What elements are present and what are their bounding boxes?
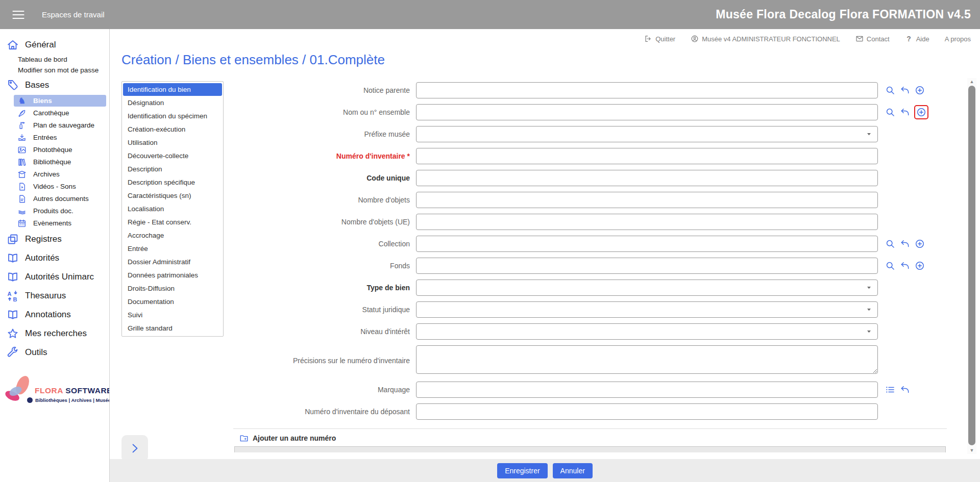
- sidebar-section-annotations[interactable]: Annotations: [0, 305, 109, 324]
- sidebar-section-thesaurus[interactable]: ABThesaurus: [0, 286, 109, 305]
- type-de-bien-select[interactable]: [416, 280, 878, 296]
- workspace-label[interactable]: Espaces de travail: [42, 10, 105, 19]
- link-quitter[interactable]: Quitter: [644, 35, 675, 43]
- field-label: Niveau d'intérêt: [232, 327, 416, 336]
- sidebar-item-biens[interactable]: ♞Biens: [14, 95, 106, 107]
- sidebar-section-general[interactable]: Général: [0, 35, 109, 54]
- niveau-d-interet-select[interactable]: [416, 323, 878, 340]
- notice-parente-input[interactable]: [416, 82, 878, 98]
- tab-droits-diffusion[interactable]: Droits-Diffusion: [123, 282, 222, 295]
- link-musee-v4-administrateur-fonctionnel[interactable]: Musée v4 ADMINISTRATEUR FONCTIONNEL: [691, 35, 840, 43]
- tab-donnees-patrimoniales[interactable]: Données patrimoniales: [123, 269, 222, 282]
- field-action-icons: [885, 107, 928, 117]
- svg-text:A: A: [8, 291, 12, 297]
- undo-icon[interactable]: [900, 107, 910, 117]
- tab-accrochage[interactable]: Accrochage: [123, 229, 222, 242]
- hamburger-menu-icon[interactable]: [9, 8, 28, 22]
- tab-decouverte-collecte[interactable]: Découverte-collecte: [123, 149, 222, 162]
- nombre-d-objets-input[interactable]: [416, 192, 878, 208]
- sidebar-section-label: Autorités: [25, 253, 59, 263]
- tab-description-specifique[interactable]: Description spécifique: [123, 176, 222, 189]
- scrollbar-thumb[interactable]: [968, 86, 975, 445]
- expand-panel-button[interactable]: [121, 435, 148, 459]
- add-circle-icon[interactable]: [915, 85, 925, 95]
- undo-icon[interactable]: [900, 239, 910, 249]
- exit-icon: [644, 35, 652, 43]
- add-circle-icon[interactable]: [915, 261, 925, 271]
- numero-d-inventaire-input[interactable]: [416, 148, 878, 164]
- cancel-button[interactable]: Annuler: [553, 463, 593, 478]
- tab-creation-execution[interactable]: Création-exécution: [123, 123, 222, 136]
- link-a-propos[interactable]: A propos: [945, 35, 971, 43]
- sidebar-item-carotheque[interactable]: Carothèque: [14, 107, 106, 119]
- vertical-scrollbar[interactable]: ▲ ▼: [967, 78, 976, 454]
- undo-icon[interactable]: [900, 261, 910, 271]
- list-icon[interactable]: [885, 385, 895, 395]
- sidebar-section-autorites[interactable]: Autorités: [0, 248, 109, 267]
- statut-juridique-select[interactable]: [416, 301, 878, 318]
- add-circle-icon[interactable]: [915, 239, 925, 249]
- tab-regie-etat-conserv[interactable]: Régie - Etat conserv.: [123, 216, 222, 229]
- undo-icon[interactable]: [900, 385, 910, 395]
- search-icon[interactable]: [885, 261, 895, 271]
- flower-logo-icon: [2, 373, 35, 410]
- link-contact[interactable]: Contact: [855, 35, 890, 43]
- fonds-input[interactable]: [416, 258, 878, 274]
- other-number-header[interactable]: Ajouter un autre numéro: [233, 429, 947, 446]
- mail-icon: [855, 35, 864, 43]
- search-icon[interactable]: [885, 85, 895, 95]
- sidebar-item-autres-documents[interactable]: Autres documents: [14, 193, 106, 205]
- link-aide[interactable]: ?Aide: [905, 35, 929, 43]
- scroll-up-arrow[interactable]: ▲: [967, 79, 976, 84]
- sidebar-section-label: Autorités Unimarc: [25, 272, 94, 282]
- prefixe-musee-select[interactable]: [416, 126, 878, 142]
- undo-icon[interactable]: [900, 85, 910, 95]
- field-wrap: [416, 236, 878, 252]
- tab-grille-standard[interactable]: Grille standard: [123, 322, 222, 335]
- sidebar-section-autorites-unimarc[interactable]: Autorités Unimarc: [0, 267, 109, 286]
- precisions-sur-le-numero-d-inventaire-textarea[interactable]: [416, 345, 878, 374]
- sidebar-item-produits-doc[interactable]: Produits doc.: [14, 205, 106, 217]
- collection-input[interactable]: [416, 236, 878, 252]
- sidebar-section-mes-recherches[interactable]: Mes recherches: [0, 324, 109, 343]
- tab-description[interactable]: Description: [123, 163, 222, 175]
- form-row-collection: Collection: [232, 236, 957, 252]
- sidebar-item-phototheque[interactable]: Photothèque: [14, 144, 106, 156]
- scroll-down-arrow[interactable]: ▼: [967, 448, 976, 453]
- form-row-fonds: Fonds: [232, 258, 957, 274]
- add-circle-icon[interactable]: [916, 107, 926, 117]
- tab-utilisation[interactable]: Utilisation: [123, 136, 222, 149]
- sidebar-link-modifier-son-mot-de-passe[interactable]: Modifier son mot de passe: [0, 65, 109, 75]
- sidebar-item-plan-de-sauvegarde[interactable]: Plan de sauvegarde: [14, 119, 106, 131]
- sidebar-section-registres[interactable]: Registres: [0, 230, 109, 248]
- form-row-prefixe-musee: Préfixe musée: [232, 126, 957, 142]
- sidebar-section-bases[interactable]: Bases: [0, 75, 109, 94]
- tab-suivi[interactable]: Suivi: [123, 309, 222, 321]
- tab-caracteristiques-sn[interactable]: Caractéristiques (sn): [123, 189, 222, 202]
- sidebar-link-tableau-de-bord[interactable]: Tableau de bord: [0, 54, 109, 65]
- search-icon[interactable]: [885, 107, 895, 117]
- sidebar-section-label: Mes recherches: [25, 328, 87, 339]
- sidebar-section-outils[interactable]: Outils: [0, 343, 109, 362]
- tab-identification-du-specimen[interactable]: Identification du spécimen: [123, 110, 222, 122]
- numero-d-inventaire-du-deposant-input[interactable]: [416, 403, 878, 420]
- nom-ou-n-ensemble-input[interactable]: [416, 104, 878, 120]
- tab-localisation[interactable]: Localisation: [123, 202, 222, 215]
- marquage-input[interactable]: [416, 382, 878, 398]
- tab-documentation[interactable]: Documentation: [123, 295, 222, 308]
- tab-identification-du-bien[interactable]: Identification du bien: [123, 83, 222, 96]
- top-links-bar: QuitterMusée v4 ADMINISTRATEUR FONCTIONN…: [110, 29, 980, 48]
- search-icon[interactable]: [885, 239, 895, 249]
- sidebar-item-archives[interactable]: Archives: [14, 168, 106, 180]
- sidebar-item-evenements[interactable]: Evènements: [14, 217, 106, 229]
- sidebar-item-bibliotheque[interactable]: Bibliothèque: [14, 156, 106, 168]
- tab-dossier-administratif[interactable]: Dossier Administratif: [123, 256, 222, 268]
- sidebar-item-videos-sons[interactable]: Vidéos - Sons: [14, 181, 106, 192]
- tab-entree[interactable]: Entrée: [123, 242, 222, 255]
- save-button[interactable]: Enregistrer: [497, 463, 547, 478]
- tab-designation[interactable]: Désignation: [123, 96, 222, 109]
- nombre-d-objets-ue-input[interactable]: [416, 214, 878, 230]
- sidebar-item-entrees[interactable]: Entrées: [14, 132, 106, 143]
- code-unique-input[interactable]: [416, 170, 878, 186]
- tag-icon: [7, 79, 19, 91]
